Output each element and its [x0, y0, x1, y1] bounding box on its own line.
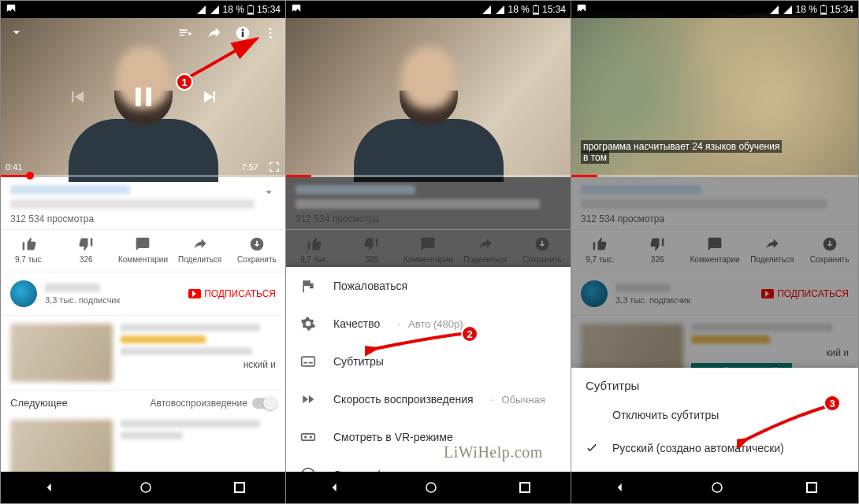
- chevron-down-icon[interactable]: [9, 24, 24, 40]
- menu-speed[interactable]: Скорость воспроизведения·Обычная: [286, 380, 571, 418]
- annotation-badge-3: 3: [824, 395, 841, 412]
- reco-thumb: [10, 324, 113, 382]
- svg-rect-13: [535, 5, 537, 6]
- menu-report[interactable]: Пожаловаться: [286, 267, 571, 305]
- status-bar: 18 % 15:34: [286, 1, 571, 18]
- menu-vr[interactable]: Смотреть в VR-режиме: [286, 418, 571, 456]
- up-next-label: Следующее: [10, 397, 68, 409]
- svg-rect-26: [823, 5, 825, 6]
- svg-rect-17: [303, 362, 307, 364]
- expand-icon[interactable]: [262, 185, 276, 199]
- clock-text: 15:34: [542, 4, 566, 15]
- recent-icon[interactable]: [234, 482, 245, 493]
- back-icon[interactable]: [327, 480, 343, 495]
- phone-1: 18 % 15:34 0:41 7:57 312 534 просмотра: [1, 1, 286, 503]
- like-button[interactable]: 9,7 тыс.: [6, 236, 53, 264]
- share-button[interactable]: Поделиться: [177, 236, 224, 264]
- check-icon: [584, 441, 600, 457]
- battery-icon: [820, 5, 827, 15]
- status-bar: 18 % 15:34: [571, 1, 858, 18]
- svg-point-24: [426, 483, 436, 492]
- annotation-badge-2: 2: [461, 325, 478, 343]
- video-info: 312 534 просмотра: [1, 177, 285, 230]
- svg-rect-18: [309, 362, 313, 364]
- picture-icon: [6, 3, 17, 14]
- dislike-button[interactable]: 326: [62, 236, 110, 264]
- up-next-header: Следующее Автовоспроизведение: [1, 390, 285, 415]
- time-current: 0:41: [6, 162, 22, 172]
- recent-icon[interactable]: [806, 482, 817, 493]
- svg-rect-2: [248, 13, 253, 14]
- signal-icon: [769, 5, 779, 15]
- channel-avatar: [10, 280, 37, 307]
- clock-text: 15:34: [257, 4, 281, 15]
- picture-icon: [291, 3, 302, 14]
- prev-icon[interactable]: [66, 86, 88, 108]
- subscribe-button[interactable]: ПОДПИСАТЬСЯ: [188, 288, 276, 299]
- clock-text: 15:34: [830, 4, 853, 15]
- svg-rect-16: [302, 357, 315, 366]
- fullscreen-icon[interactable]: [268, 161, 281, 173]
- signal-icon: [482, 5, 492, 15]
- battery-text: 18 %: [223, 4, 244, 15]
- video-player: [286, 18, 571, 177]
- svg-rect-1: [250, 5, 252, 6]
- autoplay-label: Автовоспроизведение: [151, 398, 247, 409]
- recommendation-card[interactable]: нский и: [1, 316, 285, 390]
- picture-icon: [576, 3, 587, 14]
- youtube-icon: [188, 289, 201, 298]
- svg-point-8: [270, 36, 272, 39]
- cc-sheet-title: Субтитры: [571, 368, 858, 398]
- pause-icon[interactable]: [128, 81, 159, 113]
- svg-point-7: [270, 32, 272, 35]
- status-bar: 18 % 15:34: [1, 1, 285, 18]
- annotation-arrow-2: [365, 327, 475, 358]
- battery-icon: [247, 5, 254, 15]
- comments-button[interactable]: Комментарии: [119, 236, 166, 264]
- view-count: 312 534 просмотра: [10, 213, 276, 224]
- signal-icon: [196, 5, 206, 15]
- time-total: 7:57: [242, 162, 258, 172]
- phone-2: 18 % 15:34 312 534 просмотра 9,7 тыс. 32…: [286, 1, 571, 503]
- phone-3: 18 % 15:34 программа насчитывает 24 язык…: [571, 1, 858, 503]
- android-navbar: [286, 472, 571, 503]
- save-button[interactable]: Сохранить: [233, 236, 281, 264]
- autoplay-switch[interactable]: [252, 398, 276, 409]
- annotation-arrow-3: [737, 401, 839, 448]
- home-icon[interactable]: [424, 480, 438, 495]
- recent-icon[interactable]: [519, 482, 530, 493]
- back-icon[interactable]: [612, 480, 628, 495]
- subscriber-count: 3,3 тыс. подписчик: [45, 295, 180, 305]
- options-sheet: Пожаловаться Качество·Авто (480p) Субтит…: [286, 267, 571, 472]
- annotation-badge-1: 1: [176, 73, 193, 91]
- android-navbar: [571, 472, 858, 503]
- svg-rect-19: [302, 434, 315, 440]
- battery-text: 18 %: [796, 4, 817, 15]
- signal-icon: [210, 5, 220, 15]
- svg-line-11: [182, 39, 257, 81]
- back-icon[interactable]: [42, 480, 58, 495]
- battery-icon: [533, 5, 539, 15]
- action-bar: 9,7 тыс. 326 Комментарии Поделиться Сохр…: [1, 230, 285, 272]
- caption-text: программа насчитывает 24 языков обучения…: [581, 141, 849, 163]
- channel-row[interactable]: 3,3 тыс. подписчик ПОДПИСАТЬСЯ: [1, 272, 285, 316]
- home-icon[interactable]: [139, 480, 153, 495]
- signal-icon: [783, 5, 793, 15]
- signal-icon: [495, 5, 505, 15]
- svg-point-20: [304, 435, 307, 438]
- svg-point-6: [270, 28, 272, 30]
- svg-rect-27: [821, 13, 826, 14]
- android-navbar: [1, 472, 285, 503]
- three-phones-composite: 18 % 15:34 0:41 7:57 312 534 просмотра: [0, 0, 859, 504]
- battery-text: 18 %: [508, 4, 530, 15]
- svg-point-21: [310, 435, 312, 438]
- svg-point-4: [242, 29, 244, 32]
- next-icon[interactable]: [199, 86, 221, 108]
- progress-bar[interactable]: [1, 175, 285, 177]
- svg-rect-14: [534, 13, 538, 14]
- upnext-thumb: [10, 420, 113, 478]
- home-icon[interactable]: [710, 480, 724, 495]
- svg-point-10: [141, 483, 151, 492]
- svg-point-29: [712, 483, 722, 492]
- video-player: программа насчитывает 24 языков обучения…: [571, 18, 858, 177]
